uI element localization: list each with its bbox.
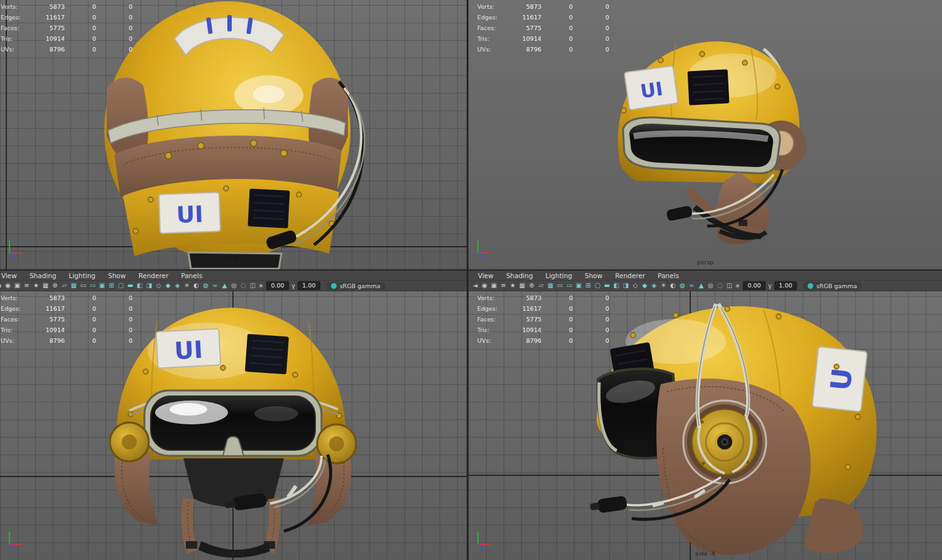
- gamma-icon[interactable]: γ: [768, 283, 772, 289]
- menu-view[interactable]: View: [472, 272, 500, 279]
- safe-title-icon[interactable]: ▬: [126, 281, 134, 290]
- menu-renderer[interactable]: Renderer: [609, 272, 651, 279]
- exposure-field[interactable]: 0.00: [266, 281, 289, 290]
- hud-row: Verts: 5873 0 0: [1, 293, 145, 303]
- bookmarks-icon[interactable]: ★: [509, 281, 517, 290]
- bookmarks-icon[interactable]: ★: [32, 281, 40, 290]
- view-transform-dropdown[interactable]: sRGB gamma: [326, 282, 386, 290]
- image-plane-icon[interactable]: ▦: [41, 281, 50, 290]
- resolution-gate-icon[interactable]: ▭: [565, 281, 573, 290]
- two-d-pan-zoom-icon[interactable]: ⊕: [51, 281, 59, 290]
- menu-show[interactable]: Show: [102, 272, 132, 279]
- shadows-icon[interactable]: ◐: [192, 281, 200, 290]
- hud-toggle-icon[interactable]: ◧: [136, 281, 144, 290]
- hud-value: 0: [65, 337, 96, 344]
- camera-attributes-icon[interactable]: ≡: [499, 281, 507, 290]
- exposure-icon[interactable]: ☀: [735, 283, 740, 289]
- shaded-icon[interactable]: ◆: [164, 281, 172, 290]
- viewport-front[interactable]: UI: [0, 291, 467, 560]
- ssao-icon[interactable]: ◍: [678, 281, 686, 290]
- menu-show[interactable]: Show: [578, 272, 609, 279]
- motion-blur-icon[interactable]: ≈: [688, 281, 696, 290]
- safe-title-icon[interactable]: ▬: [603, 281, 611, 290]
- object-details-icon[interactable]: ◨: [145, 281, 153, 290]
- panel-top-view: UI Verts:: [0, 0, 467, 269]
- hud-label: UVs:: [477, 46, 506, 53]
- isolate-select-icon[interactable]: ◌: [239, 281, 247, 290]
- depth-of-field-icon[interactable]: ◎: [230, 281, 238, 290]
- shadows-icon[interactable]: ◐: [669, 281, 677, 290]
- grid-icon[interactable]: ▦: [70, 281, 78, 290]
- shaded-icon[interactable]: ◆: [641, 281, 649, 290]
- select-camera-icon[interactable]: ◉: [4, 281, 12, 290]
- depth-of-field-icon[interactable]: ◎: [706, 281, 715, 290]
- safe-action-icon[interactable]: ▢: [593, 281, 602, 290]
- use-all-lights-icon[interactable]: ☀: [183, 281, 191, 290]
- hud-toggle-icon[interactable]: ◧: [612, 281, 620, 290]
- x-ray-icon[interactable]: ◫: [725, 281, 734, 290]
- gamma-icon[interactable]: γ: [291, 283, 295, 289]
- wireframe-icon[interactable]: ◇: [154, 281, 163, 290]
- textured-icon[interactable]: ◈: [173, 281, 181, 290]
- anti-aliasing-icon[interactable]: ▲: [220, 281, 229, 290]
- x-ray-icon[interactable]: ◫: [249, 281, 257, 290]
- toolbar-collapse-icon[interactable]: ◄: [471, 281, 479, 290]
- hud-value: 0: [96, 3, 133, 10]
- use-all-lights-icon[interactable]: ☀: [659, 281, 668, 290]
- isolate-select-icon[interactable]: ◌: [716, 281, 724, 290]
- menu-lighting[interactable]: Lighting: [63, 272, 102, 279]
- exposure-icon[interactable]: ☀: [258, 283, 264, 289]
- menu-panels[interactable]: Panels: [175, 272, 208, 279]
- film-gate-icon[interactable]: ▭: [79, 281, 87, 290]
- camera-attributes-icon[interactable]: ≡: [23, 281, 31, 290]
- menu-view[interactable]: View: [0, 272, 23, 279]
- view-transform-label: sRGB gamma: [816, 283, 857, 289]
- motion-blur-icon[interactable]: ≈: [211, 281, 219, 290]
- select-camera-icon[interactable]: ◉: [480, 281, 489, 290]
- hud-value: 0: [541, 294, 573, 301]
- hud-row: UVs: 8796 0 0: [1, 335, 145, 346]
- menu-shading[interactable]: Shading: [23, 272, 63, 279]
- ssao-icon[interactable]: ◍: [202, 281, 210, 290]
- toolbar-collapse-icon[interactable]: ◄: [0, 281, 3, 290]
- field-chart-icon[interactable]: ⊞: [584, 281, 592, 290]
- textured-icon[interactable]: ◈: [650, 281, 658, 290]
- hud-value: 0: [65, 316, 96, 323]
- hud-value: 10914: [506, 35, 541, 42]
- gamma-field[interactable]: 1.00: [298, 281, 320, 290]
- hud-label: UVs:: [477, 337, 506, 344]
- safe-action-icon[interactable]: ▢: [117, 281, 125, 290]
- anti-aliasing-icon[interactable]: ▲: [697, 281, 705, 290]
- view-transform-dropdown[interactable]: sRGB gamma: [803, 282, 862, 290]
- exposure-field[interactable]: 0.00: [743, 281, 766, 290]
- hud-value: 11617: [506, 305, 541, 312]
- two-d-pan-zoom-icon[interactable]: ⊕: [528, 281, 536, 290]
- wireframe-icon[interactable]: ◇: [631, 281, 639, 290]
- panel-persp-view: UI: [468, 0, 942, 269]
- grid-icon[interactable]: ▦: [546, 281, 555, 290]
- viewport-top[interactable]: UI Verts:: [0, 0, 467, 269]
- menu-shading[interactable]: Shading: [500, 272, 539, 279]
- view-transform-icon: [331, 283, 337, 289]
- film-gate-icon[interactable]: ▭: [556, 281, 564, 290]
- resolution-gate-icon[interactable]: ▭: [89, 281, 97, 290]
- grease-pencil-icon[interactable]: ▱: [60, 281, 68, 290]
- object-details-icon[interactable]: ◨: [622, 281, 630, 290]
- image-plane-icon[interactable]: ▦: [518, 281, 526, 290]
- menu-lighting[interactable]: Lighting: [539, 272, 578, 279]
- lock-camera-icon[interactable]: ▣: [490, 281, 498, 290]
- lock-camera-icon[interactable]: ▣: [13, 281, 21, 290]
- viewport-persp[interactable]: UI: [468, 0, 942, 269]
- gamma-field[interactable]: 1.00: [774, 281, 797, 290]
- viewport-side[interactable]: U: [468, 291, 942, 560]
- hud-value: 0: [96, 316, 133, 323]
- hud-value: 0: [573, 337, 609, 344]
- view-transform-label: sRGB gamma: [340, 283, 381, 289]
- hud-value: 11617: [30, 14, 65, 21]
- menu-renderer[interactable]: Renderer: [132, 272, 175, 279]
- field-chart-icon[interactable]: ⊞: [107, 281, 116, 290]
- gate-mask-icon[interactable]: ▣: [575, 281, 583, 290]
- menu-panels[interactable]: Panels: [651, 272, 685, 279]
- grease-pencil-icon[interactable]: ▱: [537, 281, 545, 290]
- gate-mask-icon[interactable]: ▣: [98, 281, 106, 290]
